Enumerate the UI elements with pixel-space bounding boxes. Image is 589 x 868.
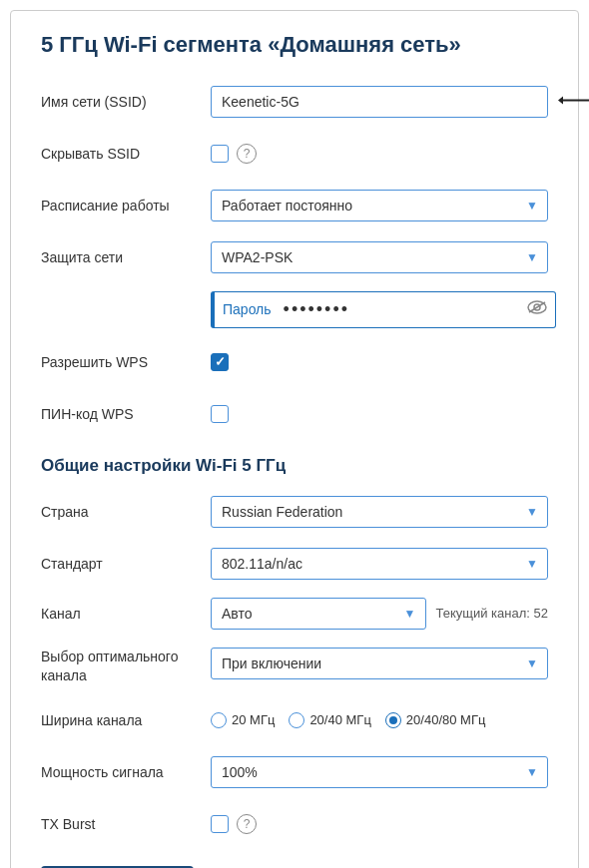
hide-ssid-control: ? [211,144,548,164]
wps-allow-label: Разрешить WPS [41,353,211,371]
wps-pin-checkbox[interactable] [211,405,229,423]
wps-allow-row: Разрешить WPS [41,344,548,380]
channel-current-info: Текущий канал: 52 [436,606,549,621]
channel-select-wrapper: Авто ▼ [211,598,426,630]
svg-marker-1 [558,96,563,104]
password-input[interactable] [280,292,519,327]
country-row: Страна Russian Federation ▼ [41,494,548,530]
radio-20mhz-circle[interactable] [211,712,227,728]
hide-ssid-row: Скрывать SSID ? [41,136,548,172]
ssid-label: Имя сети (SSID) [41,93,211,111]
standard-select[interactable]: 802.11a/n/ac [211,548,548,580]
tx-burst-checkbox[interactable] [211,815,229,833]
wps-pin-label: ПИН-код WPS [41,405,211,423]
security-row: Защита сети WPA2-PSK ▼ [41,239,548,275]
radio-2040mhz[interactable]: 20/40 МГц [289,712,370,728]
power-label: Мощность сигнала [41,763,211,781]
optimal-channel-row: Выбор оптимального канала При включении … [41,646,548,686]
hide-ssid-label: Скрывать SSID [41,145,211,163]
wps-pin-row: ПИН-код WPS [41,396,548,432]
wps-allow-checkbox[interactable] [211,353,229,371]
wps-pin-control [211,405,548,423]
radio-20mhz-label: 20 МГц [232,712,275,727]
radio-204080mhz[interactable]: 20/40/80 МГц [385,712,486,728]
main-container: 5 ГГц Wi-Fi сегмента «Домашняя сеть» Имя… [10,10,579,868]
password-control: Пароль [211,291,556,328]
schedule-label: Расписание работы [41,197,211,215]
hide-ssid-help-icon[interactable]: ? [237,144,257,164]
standard-row: Стандарт 802.11a/n/ac ▼ [41,546,548,582]
security-control: WPA2-PSK ▼ [211,241,548,273]
channel-label: Канал [41,605,211,623]
radio-2040mhz-circle[interactable] [289,712,304,728]
channel-width-radio-group: 20 МГц 20/40 МГц 20/40/80 МГц [211,712,548,728]
radio-204080mhz-label: 20/40/80 МГц [406,712,486,727]
wps-allow-control [211,353,548,371]
eye-icon[interactable] [519,300,555,318]
tx-burst-help-icon[interactable]: ? [237,814,257,834]
power-select[interactable]: 100% [211,756,548,788]
optimal-channel-control: При включении ▼ [211,648,548,679]
security-select[interactable]: WPA2-PSK [211,241,548,273]
page-title: 5 ГГц Wi-Fi сегмента «Домашняя сеть» [41,31,548,60]
radio-204080mhz-circle[interactable] [385,712,401,728]
channel-width-row: Ширина канала 20 МГц 20/40 МГц 20/40/80 … [41,702,548,738]
tx-burst-row: TX Burst ? [41,806,548,842]
hide-ssid-checkbox[interactable] [211,145,229,163]
schedule-control: Работает постоянно ▼ [211,190,548,221]
channel-width-label: Ширина канала [41,711,211,729]
wifi5-section-title: Общие настройки Wi-Fi 5 ГГц [41,448,548,476]
password-row: Пароль [41,291,548,328]
schedule-select[interactable]: Работает постоянно [211,190,548,221]
optimal-channel-label: Выбор оптимального канала [41,648,211,686]
standard-label: Стандарт [41,555,211,573]
schedule-row: Расписание работы Работает постоянно ▼ [41,188,548,223]
optimal-channel-select[interactable]: При включении [211,648,548,679]
ssid-row: Имя сети (SSID) [41,84,548,120]
country-control: Russian Federation ▼ [211,496,548,528]
tx-burst-label: TX Burst [41,815,211,833]
country-label: Страна [41,503,211,521]
tx-burst-control: ? [211,814,548,834]
password-inline-label: Пароль [215,294,280,324]
standard-control: 802.11a/n/ac ▼ [211,548,548,580]
arrow-decoration [558,93,589,110]
channel-control: Авто ▼ [211,598,426,630]
radio-2040mhz-label: 20/40 МГц [309,712,370,727]
ssid-input[interactable] [211,86,548,118]
power-control: 100% ▼ [211,756,548,788]
security-label: Защита сети [41,248,211,266]
password-wrapper: Пароль [211,291,556,328]
power-row: Мощность сигнала 100% ▼ [41,754,548,790]
country-select[interactable]: Russian Federation [211,496,548,528]
channel-row: Канал Авто ▼ Текущий канал: 52 [41,598,548,630]
ssid-control [211,86,548,118]
channel-select[interactable]: Авто [211,598,426,630]
channel-width-control: 20 МГц 20/40 МГц 20/40/80 МГц [211,712,548,728]
radio-20mhz[interactable]: 20 МГц [211,712,275,728]
